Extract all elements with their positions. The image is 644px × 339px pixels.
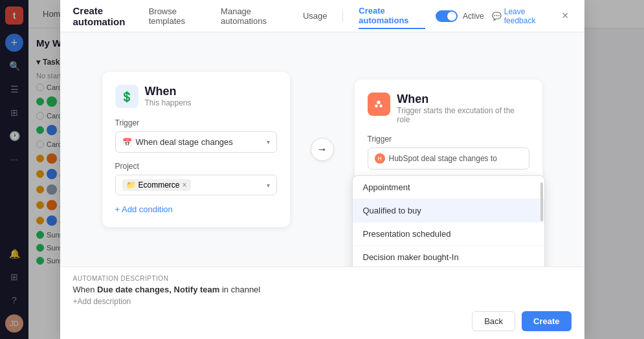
calendar-icon: 📅 [122,138,132,147]
trigger-label: Trigger [115,118,277,127]
add-description-button[interactable]: +Add description [73,297,572,306]
modal-body: 💲 When This happens Trigger [60,32,584,267]
dropdown-item-decision[interactable]: Decision maker bought-In [353,246,544,267]
tag-label: Ecommerce [139,180,180,190]
deal-stage-dropdown: Appointment Qualified to buy Presentatio… [352,175,545,267]
project-label: Project [115,162,277,171]
trigger-card-titles: When This happens [145,85,192,107]
svg-point-1 [380,104,383,107]
chevron-down-icon: ▾ [267,182,270,189]
automation-desc-text: When Due date changes, Notify team in ch… [73,285,572,294]
trigger-card-title: When [145,85,192,98]
trigger-card-header: 💲 When This happens [115,85,277,108]
trigger-card: 💲 When This happens Trigger [102,72,290,227]
hubspot-card-subtitle: Trigger starts the excutation of the rol… [397,106,529,124]
dropdown-item-qualified[interactable]: Qualified to buy [353,199,544,223]
add-condition-button[interactable]: + Add condition [115,204,277,214]
hubspot-trigger-input: H HubSpot deal stage changes to [368,148,529,170]
desc-bold1: Due date changes, Notify team [97,285,219,294]
trigger-select-inner: 📅 When deal stage changes [122,137,233,147]
folder-icon: 📁 [126,180,136,190]
hubspot-card-title: When [397,93,529,106]
nav-create-automations[interactable]: Create automations [359,28,425,29]
create-automation-modal: Create automation Browse templates Manag… [60,28,584,339]
project-form-group: Project 📁 Ecommerce × ▾ [115,162,277,195]
automation-desc-label: AUTOMATION DESCRIPTION [73,275,572,282]
dropdown-item-presentation[interactable]: Presentation scheduled [353,223,544,246]
desc-text-part2: in channel [219,285,260,294]
trigger-select[interactable]: 📅 When deal stage changes ▾ [115,131,277,153]
hubspot-trigger-value: HubSpot deal stage changes to [389,154,497,163]
next-arrow-button[interactable]: → [311,138,334,161]
hubspot-logo-svg [373,98,384,110]
create-button[interactable]: Create [522,311,571,331]
tag-remove-icon[interactable]: × [183,180,187,190]
project-tag: 📁 Ecommerce × [122,179,191,191]
modal-overlay[interactable]: Create automation Browse templates Manag… [28,28,644,339]
back-button[interactable]: Back [472,311,515,331]
trigger-card-subtitle: This happens [145,98,192,107]
hubspot-logo-sm: H [375,153,385,164]
hubspot-trigger-label: Trigger [368,135,529,144]
hubspot-card-titles: When Trigger starts the excutation of th… [397,93,529,124]
footer-actions: Back Create [73,311,572,331]
automation-canvas: 💲 When This happens Trigger [60,32,584,267]
svg-point-2 [375,104,379,107]
hubspot-icon [368,93,391,116]
trigger-value: When deal stage changes [136,137,233,147]
trigger-form-group: Trigger 📅 When deal stage changes ▾ [115,118,277,153]
modal-nav: Browse templates Manage automations Usag… [149,28,425,29]
desc-text-part1: When [73,285,98,294]
dropdown-scrollbar [540,182,543,221]
project-tag-field[interactable]: 📁 Ecommerce × ▾ [115,175,277,195]
content-area: My Work ▾ Tasks No start date Cards Amy … [28,28,644,339]
trigger-icon: 💲 [115,85,139,108]
hubspot-card-header: When Trigger starts the excutation of th… [368,93,529,124]
main-area: Home My Work My Work ▾ Tasks No start da… [28,0,644,339]
hubspot-card: When Trigger starts the excutation of th… [355,80,542,219]
modal-footer: AUTOMATION DESCRIPTION When Due date cha… [60,267,584,339]
svg-point-0 [377,101,381,104]
chevron-down-icon: ▾ [267,138,270,146]
dropdown-item-appointment[interactable]: Appointment [353,176,544,199]
